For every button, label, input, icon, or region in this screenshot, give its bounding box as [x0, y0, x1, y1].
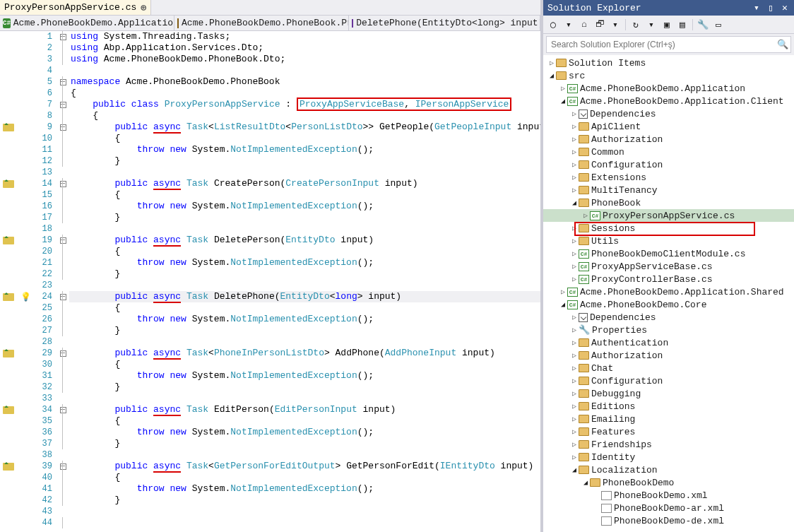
tree-node[interactable]: ▷Features — [543, 425, 794, 438]
solution-search: 🔍 — [546, 36, 791, 53]
refresh-button[interactable]: ↻ — [629, 18, 643, 32]
tree-node[interactable]: ▷Emailing — [543, 413, 794, 425]
show-all-button[interactable]: ▤ — [675, 18, 689, 32]
tree-node[interactable]: ▷Solution Items — [543, 57, 794, 69]
tree-node[interactable]: ▷MultiTenancy — [543, 184, 794, 196]
tree-node[interactable]: ▷Editions — [543, 400, 794, 413]
tree-node[interactable]: ▷Configuration — [543, 374, 794, 387]
solution-explorer-title: Solution Explorer ▾ ▯ ✕ — [543, 0, 794, 16]
sync-button[interactable]: 🗗 — [593, 18, 607, 32]
document-tab[interactable]: ProxyPersonAppService.cs ⊕ — [0, 0, 151, 15]
back-button[interactable]: ◯ — [546, 18, 560, 32]
tree-node[interactable]: ▷🔧Properties — [543, 324, 794, 336]
tree-node[interactable]: ◢Localization — [543, 463, 794, 476]
tree-node[interactable]: ▷Common — [543, 146, 794, 158]
tree-node[interactable]: ◢PhoneBookDemo — [543, 476, 794, 489]
tree-node[interactable]: ▷Sessions — [543, 222, 794, 235]
tree-node[interactable]: PhoneBookDemo-de.xml — [543, 514, 794, 527]
preview-button[interactable]: ▭ — [711, 18, 725, 32]
tree-node[interactable]: ▷C#PhoneBookDemoClientModule.cs — [543, 247, 794, 260]
code-editor[interactable]: 1 − 2 3 4 5 − 6 7 − 8 9 − 10 11 12 13 14… — [0, 31, 540, 532]
tree-node[interactable]: ▷Dependencies — [543, 107, 794, 120]
pin-icon[interactable]: ⊕ — [141, 2, 146, 13]
tree-node[interactable]: ◢src — [543, 69, 794, 82]
tree-node[interactable]: ▷Dependencies — [543, 311, 794, 324]
tree-node[interactable]: ▷C#ProxyPersonAppService.cs — [543, 209, 794, 222]
tree-node[interactable]: ◢C#Acme.PhoneBookDemo.Application.Client — [543, 95, 794, 107]
tree-node[interactable]: ▷ApiClient — [543, 120, 794, 133]
tree-node[interactable]: ▷Extensions — [543, 171, 794, 184]
tree-node[interactable]: ▷Debugging — [543, 387, 794, 400]
document-tab-strip: ProxyPersonAppService.cs ⊕ — [0, 0, 540, 16]
home-button[interactable]: ⌂ — [577, 18, 591, 32]
tree-node[interactable]: ▷Authorization — [543, 133, 794, 146]
editor-pane: ProxyPersonAppService.cs ⊕ C# Acme.Phone… — [0, 0, 543, 532]
dropdown-button[interactable]: ▾ — [644, 18, 658, 32]
tree-node[interactable]: ▷C#ProxyAppServiceBase.cs — [543, 260, 794, 273]
tree-node[interactable]: PhoneBookDemo-ar.xml — [543, 502, 794, 514]
tree-node[interactable]: ▷Identity — [543, 451, 794, 463]
tree-node[interactable]: ▷Chat — [543, 362, 794, 374]
tree-node[interactable]: ▷Authorization — [543, 349, 794, 362]
tree-node[interactable]: ▷Authentication — [543, 336, 794, 349]
tree-node[interactable]: ▷C#ProxyControllerBase.cs — [543, 273, 794, 285]
tree-node[interactable]: ◢PhoneBook — [543, 196, 794, 209]
tree-node[interactable]: ▷C#Acme.PhoneBookDemo.Application — [543, 82, 794, 95]
search-icon: 🔍 — [777, 39, 788, 50]
csharp-icon: C# — [3, 18, 11, 28]
forward-button[interactable]: ▾ — [562, 18, 576, 32]
tree-node[interactable]: ▷Utils — [543, 235, 794, 247]
properties-button[interactable]: 🔧 — [696, 18, 710, 32]
tree-node[interactable]: ▷Friendships — [543, 438, 794, 451]
nav-class[interactable]: Acme.PhoneBookDemo.PhoneBook.Prox ▾ — [174, 16, 349, 30]
navigation-bar: C# Acme.PhoneBookDemo.Application.Clien … — [0, 16, 540, 31]
nav-member[interactable]: DeletePhone(EntityDto<long> input) ▾ — [349, 16, 540, 30]
tree-node[interactable]: ◢C#Acme.PhoneBookDemo.Core — [543, 298, 794, 311]
nav-project[interactable]: C# Acme.PhoneBookDemo.Application.Clien … — [0, 16, 174, 30]
dropdown-button[interactable]: ▾ — [608, 18, 622, 32]
solution-explorer-toolbar: ◯ ▾ ⌂ 🗗 ▾ ↻ ▾ ▣ ▤ 🔧 ▭ — [543, 16, 794, 34]
close-button[interactable]: ✕ — [780, 2, 790, 13]
tree-node[interactable]: ▷Configuration — [543, 158, 794, 171]
solution-search-input[interactable] — [546, 36, 791, 53]
autohide-button[interactable]: ▯ — [766, 2, 776, 13]
tree-node[interactable]: PhoneBookDemo.xml — [543, 489, 794, 502]
tab-filename: ProxyPersonAppService.cs — [4, 2, 136, 13]
method-icon — [352, 19, 353, 28]
solution-explorer: Solution Explorer ▾ ▯ ✕ ◯ ▾ ⌂ 🗗 ▾ ↻ ▾ ▣ … — [543, 0, 794, 532]
class-icon — [177, 18, 179, 28]
tree-node[interactable]: ▷C#Acme.PhoneBookDemo.Application.Shared — [543, 285, 794, 298]
collapse-button[interactable]: ▣ — [660, 18, 674, 32]
solution-tree[interactable]: ▷Solution Items◢src▷C#Acme.PhoneBookDemo… — [543, 55, 794, 532]
window-menu-button[interactable]: ▾ — [752, 2, 762, 13]
